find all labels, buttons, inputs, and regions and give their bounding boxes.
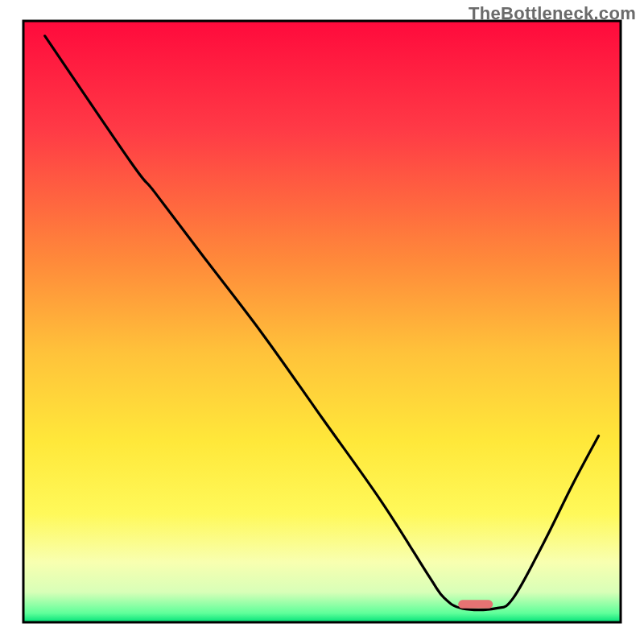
- chart-background: [23, 21, 621, 622]
- chart-svg: [0, 0, 644, 644]
- watermark-text: TheBottleneck.com: [469, 3, 636, 24]
- chart-container: TheBottleneck.com: [0, 0, 644, 644]
- optimal-marker: [458, 600, 493, 608]
